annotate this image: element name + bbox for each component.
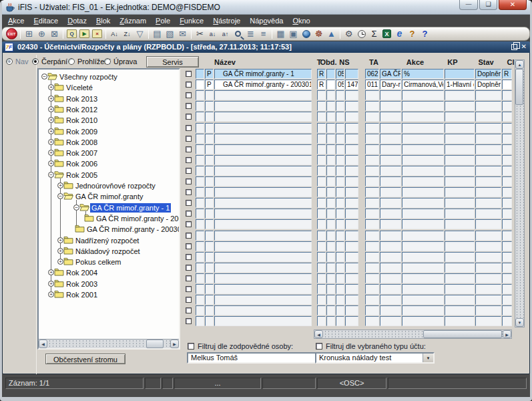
browser-icon[interactable]: e xyxy=(393,27,406,40)
table-row-empty[interactable] xyxy=(196,295,513,305)
tree-item[interactable]: −Všechny rozpočty xyxy=(39,72,179,82)
table-cell[interactable] xyxy=(326,134,335,144)
table-cell[interactable] xyxy=(326,219,335,229)
table-cell[interactable] xyxy=(502,134,512,144)
table-cell[interactable] xyxy=(214,134,312,144)
save-icon[interactable]: ▣ xyxy=(287,27,300,40)
table-cell[interactable] xyxy=(317,155,326,165)
table-cell[interactable] xyxy=(345,231,358,241)
table-cell[interactable] xyxy=(475,166,501,176)
table-vscroll-track[interactable] xyxy=(515,69,524,318)
form-close-button[interactable]: ✕ xyxy=(521,43,527,50)
table-cell[interactable] xyxy=(205,295,214,305)
table-row-empty[interactable] xyxy=(196,144,513,154)
table-cell[interactable] xyxy=(345,273,358,283)
table-cell[interactable] xyxy=(345,252,358,262)
table-cell[interactable] xyxy=(214,263,312,273)
tree-item[interactable]: −Rok 2005 xyxy=(39,170,179,180)
table-cell[interactable] xyxy=(345,284,358,294)
table-cell[interactable] xyxy=(365,219,379,229)
table-cell[interactable] xyxy=(336,166,344,176)
table-cell[interactable] xyxy=(445,198,475,208)
table-row-empty[interactable] xyxy=(196,112,513,122)
table-cell[interactable]: 05 xyxy=(336,80,344,90)
table-cell[interactable] xyxy=(336,305,344,315)
table-cell[interactable] xyxy=(205,166,214,176)
maximize-button[interactable]: ❑ xyxy=(479,0,497,10)
table-cell[interactable] xyxy=(196,187,204,197)
table-cell[interactable] xyxy=(196,295,204,305)
table-cell[interactable] xyxy=(502,263,512,273)
table-row-empty[interactable] xyxy=(196,231,513,241)
table-cell[interactable] xyxy=(402,219,444,229)
table-cell[interactable]: Doplněn xyxy=(475,80,501,90)
table-cell[interactable] xyxy=(402,209,444,219)
table-cell[interactable] xyxy=(380,284,401,294)
table-cell[interactable] xyxy=(196,166,204,176)
table-cell[interactable] xyxy=(365,101,379,111)
table-cell[interactable] xyxy=(336,176,344,186)
table-row-empty[interactable] xyxy=(196,134,513,144)
table-cell[interactable] xyxy=(365,123,379,133)
table-cell[interactable] xyxy=(365,241,379,251)
table-cell[interactable] xyxy=(502,155,512,165)
collapse-icon[interactable]: − xyxy=(48,172,54,178)
table-cell[interactable] xyxy=(196,273,204,283)
table-cell[interactable]: GA ČR xyxy=(380,69,401,79)
table-cell[interactable] xyxy=(336,101,344,111)
expand-icon[interactable]: + xyxy=(48,96,54,102)
table-cell[interactable] xyxy=(345,90,358,100)
clock-icon[interactable] xyxy=(355,27,368,40)
table-cell[interactable] xyxy=(196,155,204,165)
table-cell[interactable] xyxy=(380,90,401,100)
menu-item-akce[interactable]: Akce xyxy=(3,16,29,25)
table-cell[interactable] xyxy=(402,252,444,262)
menu-item-okno[interactable]: Okno xyxy=(288,16,314,25)
table-cell[interactable] xyxy=(317,284,326,294)
expand-icon[interactable]: + xyxy=(57,237,63,243)
table-cell[interactable]: 1-Hlavní činn xyxy=(445,80,475,90)
table-cell[interactable] xyxy=(326,316,335,326)
table-cell[interactable] xyxy=(214,176,312,186)
table-cell[interactable] xyxy=(205,241,214,251)
expand-icon[interactable]: + xyxy=(48,281,54,287)
table-cell[interactable] xyxy=(326,209,335,219)
table-cell[interactable] xyxy=(365,155,379,165)
tree-item[interactable]: +Rok 2007 xyxy=(39,148,179,158)
table-cell[interactable] xyxy=(214,252,312,262)
expand-icon[interactable]: + xyxy=(48,160,54,166)
table-cell[interactable]: 062 xyxy=(365,69,379,79)
delete-record-icon[interactable]: ⊠ xyxy=(48,27,61,40)
table-cell[interactable] xyxy=(502,176,512,186)
table-cell[interactable] xyxy=(445,263,475,273)
table-cell[interactable] xyxy=(214,231,312,241)
table-hscroll-track[interactable] xyxy=(323,330,503,338)
table-row-empty[interactable] xyxy=(196,241,513,251)
expand-icon[interactable]: + xyxy=(48,150,54,156)
table-cell[interactable] xyxy=(475,90,501,100)
menu-item-editace[interactable]: Editace xyxy=(29,16,63,25)
table-cell[interactable] xyxy=(402,305,444,315)
table-cell[interactable] xyxy=(326,187,335,197)
table-row-empty[interactable] xyxy=(196,273,513,283)
table-cell[interactable] xyxy=(317,187,326,197)
table-cell[interactable] xyxy=(317,219,326,229)
table-cell[interactable] xyxy=(445,144,475,154)
table-cell[interactable] xyxy=(336,284,344,294)
scroll-left-icon[interactable]: ◀ xyxy=(314,330,323,338)
table-cell[interactable] xyxy=(445,101,475,111)
table-cell[interactable] xyxy=(336,263,344,273)
table-cell[interactable] xyxy=(326,252,335,262)
table-cell[interactable] xyxy=(214,112,312,122)
table-cell[interactable] xyxy=(196,134,204,144)
table-cell[interactable] xyxy=(365,144,379,154)
table-cell[interactable] xyxy=(205,316,214,326)
table-cell[interactable] xyxy=(317,101,326,111)
table-row-empty[interactable] xyxy=(196,176,513,186)
table-cell[interactable] xyxy=(365,134,379,144)
table-cell[interactable] xyxy=(326,273,335,283)
table-cell[interactable] xyxy=(336,123,344,133)
table-cell[interactable] xyxy=(445,123,475,133)
account-dropdown[interactable]: Kronuska náklady test ▼ xyxy=(315,352,435,364)
nav-tab[interactable]: Nav xyxy=(6,56,34,67)
